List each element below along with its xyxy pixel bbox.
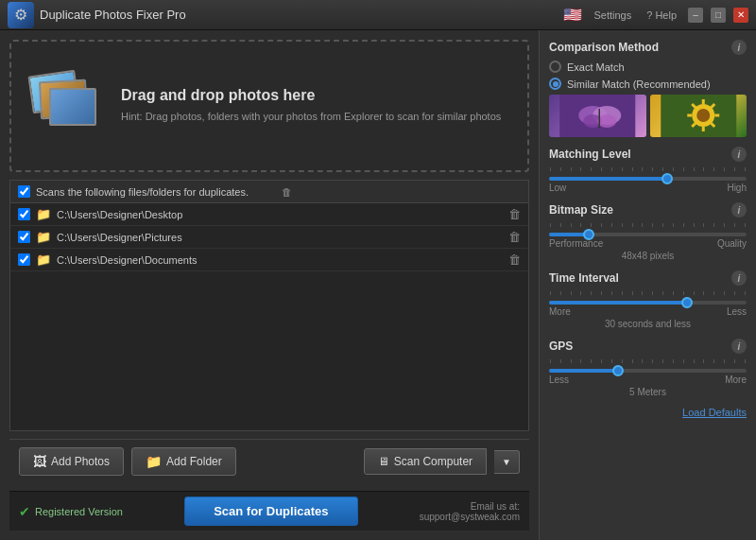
bitmap-size-section: Bitmap Size i Performance Quality 48x48 … — [549, 202, 747, 261]
gps-section: GPS i Less More 5 Meters — [549, 339, 747, 397]
similar-match-option[interactable]: Similar Match (Recommended) — [549, 78, 747, 90]
add-photos-button[interactable]: 🖼 Add Photos — [19, 447, 124, 476]
flag-icon: 🇺🇸 — [563, 6, 582, 24]
header-trash-icon[interactable]: 🗑 — [282, 186, 522, 198]
gps-more: More — [725, 375, 747, 385]
exact-match-radio[interactable] — [549, 61, 561, 73]
scan-computer-button[interactable]: 🖥 Scan Computer — [364, 448, 487, 475]
add-folder-button[interactable]: 📁 Add Folder — [131, 447, 236, 476]
gps-header: GPS i — [549, 339, 747, 354]
add-photos-icon: 🖼 — [33, 454, 46, 469]
gps-title: GPS — [549, 340, 573, 353]
folder-path-0: C:\Users\Designer\Desktop — [57, 209, 503, 220]
status-right: Email us at: support@systweak.com — [420, 501, 520, 522]
settings-btn[interactable]: Settings — [590, 8, 635, 23]
folder-trash-2[interactable]: 🗑 — [508, 253, 521, 267]
drop-zone[interactable]: Drag and drop photos here Hint: Drag pho… — [9, 40, 529, 172]
scan-computer-label: Scan Computer — [394, 455, 472, 468]
minimize-button[interactable]: – — [688, 8, 703, 23]
bitmap-size-slider[interactable] — [549, 233, 747, 236]
list-item[interactable]: 📁 C:\Users\Designer\Pictures 🗑 — [10, 226, 528, 249]
add-photos-label: Add Photos — [51, 455, 110, 468]
gps-slider[interactable] — [549, 369, 747, 373]
matching-level-slider[interactable] — [549, 177, 747, 181]
folder-trash-0[interactable]: 🗑 — [508, 207, 521, 221]
folder-trash-1[interactable]: 🗑 — [508, 230, 521, 244]
maximize-button[interactable]: □ — [711, 8, 726, 23]
drop-heading: Drag and drop photos here — [121, 87, 501, 104]
folder-list-header-text: Scans the following files/folders for du… — [36, 186, 276, 198]
email-address: support@systweak.com — [420, 512, 520, 522]
folder-checkbox-0[interactable] — [18, 208, 30, 220]
matching-level-section: Matching Level i Low High — [549, 147, 747, 193]
scan-for-duplicates-button[interactable]: Scan for Duplicates — [184, 496, 357, 526]
close-button[interactable]: ✕ — [733, 8, 748, 23]
comparison-method-header: Comparison Method i — [549, 40, 747, 55]
matching-level-high: High — [727, 183, 747, 193]
list-item[interactable]: 📁 C:\Users\Designer\Documents 🗑 — [10, 249, 528, 271]
comparison-method-title: Comparison Method — [549, 41, 659, 54]
bitmap-performance: Performance — [549, 238, 603, 249]
time-interval-title: Time Interval — [549, 271, 619, 285]
app-icon: ⚙ — [8, 2, 34, 28]
gps-less: Less — [549, 375, 569, 385]
svg-point-4 — [597, 114, 616, 128]
exact-match-option[interactable]: Exact Match — [549, 61, 747, 73]
folder-list-header: Scans the following files/folders for du… — [10, 181, 528, 203]
title-bar-right: 🇺🇸 Settings ? Help – □ ✕ — [563, 6, 748, 24]
folder-icon-2: 📁 — [36, 253, 51, 267]
time-interval-more: More — [549, 306, 571, 317]
time-interval-section: Time Interval i More Less 30 seconds and… — [549, 270, 747, 329]
folder-path-1: C:\Users\Designer\Pictures — [57, 232, 503, 243]
bitmap-size-title: Bitmap Size — [549, 203, 613, 217]
butterfly-image — [549, 95, 646, 137]
right-panel: Comparison Method i Exact Match Similar … — [539, 30, 756, 540]
exact-match-label: Exact Match — [567, 61, 625, 73]
time-interval-slider[interactable] — [549, 301, 747, 305]
gps-info-icon[interactable]: i — [731, 339, 747, 354]
help-btn[interactable]: ? Help — [643, 8, 680, 23]
title-bar: ⚙ Duplicate Photos Fixer Pro 🇺🇸 Settings… — [0, 0, 756, 30]
drop-text: Drag and drop photos here Hint: Drag pho… — [121, 87, 501, 124]
status-bar: ✔ Registered Version Scan for Duplicates… — [9, 491, 529, 531]
monitor-icon: 🖥 — [378, 455, 389, 468]
time-interval-header: Time Interval i — [549, 270, 747, 286]
matching-level-header: Matching Level i — [549, 147, 747, 162]
folder-list-container: Scans the following files/folders for du… — [9, 180, 529, 431]
sunflower-image — [650, 95, 747, 137]
comparison-images — [549, 95, 747, 137]
add-folder-label: Add Folder — [166, 455, 222, 468]
time-interval-center-label: 30 seconds and less — [549, 319, 747, 329]
comparison-method-info-icon[interactable]: i — [731, 40, 747, 55]
photos-icon — [30, 73, 106, 139]
list-item[interactable]: 📁 C:\Users\Designer\Desktop 🗑 — [10, 203, 528, 226]
gps-center-label: 5 Meters — [549, 387, 747, 397]
app-title: Duplicate Photos Fixer Pro — [40, 8, 186, 22]
folder-checkbox-2[interactable] — [18, 253, 30, 266]
select-all-checkbox[interactable] — [18, 185, 30, 198]
bitmap-quality: Quality — [717, 238, 747, 249]
drop-hint: Hint: Drag photos, folders with your pho… — [121, 110, 501, 124]
scan-computer-dropdown[interactable]: ▼ — [494, 450, 520, 474]
matching-level-title: Matching Level — [549, 148, 631, 161]
folder-icon-0: 📁 — [36, 207, 51, 221]
time-interval-info-icon[interactable]: i — [731, 270, 747, 286]
photo-card-front — [49, 88, 96, 126]
title-bar-left: ⚙ Duplicate Photos Fixer Pro — [8, 2, 186, 28]
main-container: Drag and drop photos here Hint: Drag pho… — [0, 30, 756, 540]
registered-icon: ✔ — [19, 504, 30, 519]
similar-match-label: Similar Match (Recommended) — [567, 78, 711, 90]
left-panel: Drag and drop photos here Hint: Drag pho… — [0, 30, 539, 540]
matching-level-low: Low — [549, 183, 566, 193]
matching-level-info-icon[interactable]: i — [731, 147, 747, 162]
folder-path-2: C:\Users\Designer\Documents — [57, 254, 503, 266]
registered-text: Registered Version — [35, 506, 123, 517]
folder-icon-1: 📁 — [36, 230, 51, 244]
bitmap-size-info-icon[interactable]: i — [731, 202, 747, 218]
bitmap-center-label: 48x48 pixels — [549, 251, 747, 261]
comparison-method-section: Comparison Method i Exact Match Similar … — [549, 40, 747, 137]
time-interval-less: Less — [727, 306, 747, 317]
similar-match-radio[interactable] — [549, 78, 561, 90]
load-defaults-link[interactable]: Load Defaults — [549, 407, 747, 418]
folder-checkbox-1[interactable] — [18, 231, 30, 243]
